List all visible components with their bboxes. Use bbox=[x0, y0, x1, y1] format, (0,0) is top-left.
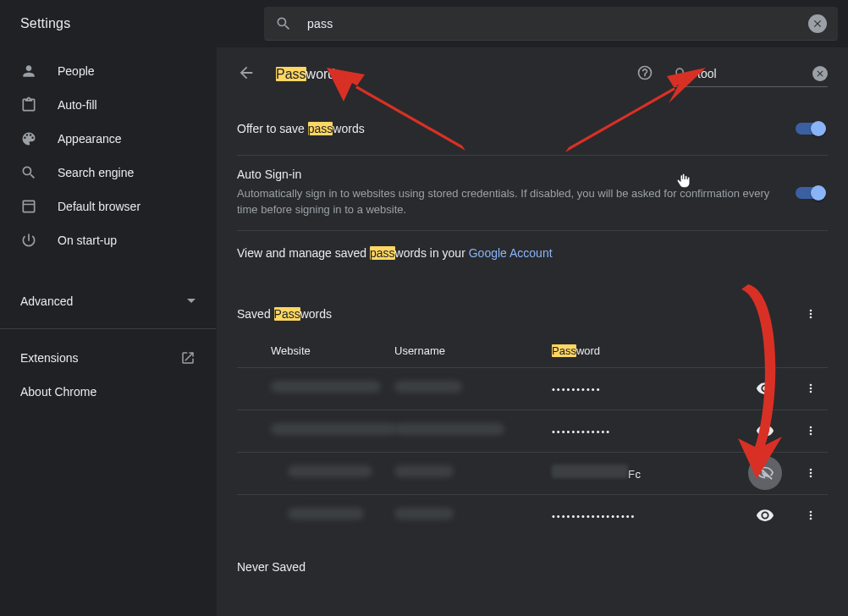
eye-off-icon bbox=[756, 464, 774, 482]
website-cell bbox=[271, 381, 381, 393]
sidebar-advanced[interactable]: Advanced bbox=[0, 281, 216, 322]
power-icon bbox=[20, 232, 37, 249]
password-cell: ••••••••••••••••• bbox=[552, 511, 636, 521]
hide-password-button[interactable] bbox=[748, 456, 782, 490]
table-header: Website Username Password bbox=[237, 334, 828, 367]
manage-passwords-link-row: View and manage saved passwords in your … bbox=[237, 231, 828, 275]
row-menu-button[interactable] bbox=[794, 371, 828, 405]
search-icon bbox=[674, 66, 689, 81]
col-website: Website bbox=[237, 344, 394, 357]
sidebar-advanced-label: Advanced bbox=[20, 294, 73, 308]
chevron-down-icon bbox=[187, 297, 195, 305]
top-bar: Settings pass bbox=[0, 0, 848, 47]
password-cell: Fc bbox=[552, 468, 641, 481]
highlight: Pass bbox=[276, 67, 306, 81]
content: Passwords tool Offer to save passwords bbox=[217, 47, 848, 616]
username-cell bbox=[394, 423, 504, 435]
row-menu-button[interactable] bbox=[794, 456, 828, 490]
sidebar-extensions-label: Extensions bbox=[20, 351, 78, 365]
show-password-button[interactable] bbox=[748, 371, 782, 405]
page-title: Passwords bbox=[276, 67, 342, 82]
arrow-back-icon bbox=[237, 63, 256, 82]
sidebar-item-label: Appearance bbox=[58, 132, 122, 146]
external-link-icon bbox=[180, 350, 195, 366]
highlight: Pass bbox=[274, 307, 300, 321]
saved-passwords-title: Saved Passwords bbox=[237, 307, 794, 321]
highlight: Pass bbox=[552, 344, 576, 357]
row-label: Offer to save passwords bbox=[237, 122, 782, 135]
sidebar: People Auto-fill Appearance Search engin… bbox=[0, 47, 217, 616]
more-vert-icon bbox=[804, 382, 818, 395]
sidebar-extensions[interactable]: Extensions bbox=[0, 341, 216, 375]
sidebar-item-search-engine[interactable]: Search engine bbox=[0, 156, 216, 190]
row-menu-button[interactable] bbox=[794, 414, 828, 448]
col-username: Username bbox=[394, 344, 552, 357]
sidebar-item-label: Auto-fill bbox=[58, 98, 97, 112]
person-icon bbox=[20, 63, 37, 80]
auto-sign-in-toggle[interactable] bbox=[796, 187, 824, 199]
page-header: Passwords tool bbox=[217, 47, 848, 102]
close-icon bbox=[812, 18, 823, 30]
clipboard-icon bbox=[20, 96, 37, 113]
row-description: Automatically sign in to websites using … bbox=[237, 186, 782, 218]
sidebar-item-default-browser[interactable]: Default browser bbox=[0, 190, 216, 223]
search-icon bbox=[275, 15, 292, 32]
table-row: ••••••••••••••••• bbox=[237, 494, 828, 536]
username-cell bbox=[394, 465, 454, 477]
help-icon bbox=[636, 64, 653, 81]
eye-icon bbox=[756, 421, 774, 440]
more-vert-icon bbox=[804, 307, 818, 321]
sidebar-item-label: Search engine bbox=[58, 166, 134, 179]
saved-passwords-table: Website Username Password •••••••••• bbox=[237, 334, 828, 536]
saved-passwords-menu-button[interactable] bbox=[794, 297, 828, 331]
more-vert-icon bbox=[804, 466, 818, 480]
top-search-value: pass bbox=[307, 17, 808, 30]
offer-to-save-passwords-row[interactable]: Offer to save passwords bbox=[237, 102, 828, 156]
highlight: pass bbox=[370, 246, 395, 260]
auto-sign-in-row[interactable]: Auto Sign-in Automatically sign in to we… bbox=[237, 156, 828, 231]
back-button[interactable] bbox=[237, 63, 256, 85]
show-password-button[interactable] bbox=[748, 414, 782, 448]
sidebar-separator bbox=[0, 328, 216, 329]
palette-icon bbox=[20, 130, 37, 147]
col-password: Password bbox=[552, 344, 709, 357]
app-title: Settings bbox=[0, 16, 264, 31]
table-row: •••••••••• bbox=[237, 367, 828, 410]
username-cell bbox=[394, 508, 454, 520]
sidebar-item-label: Default browser bbox=[58, 200, 140, 213]
never-saved-heading: Never Saved bbox=[237, 536, 828, 574]
clear-search-button[interactable] bbox=[808, 14, 827, 33]
top-search-input[interactable]: pass bbox=[264, 7, 838, 41]
saved-passwords-header: Saved Passwords bbox=[237, 294, 828, 334]
sidebar-item-autofill[interactable]: Auto-fill bbox=[0, 88, 216, 122]
sidebar-item-on-startup[interactable]: On start-up bbox=[0, 223, 216, 257]
table-row: •••••••••••• bbox=[237, 410, 828, 452]
browser-icon bbox=[20, 198, 37, 215]
website-cell bbox=[271, 423, 398, 435]
eye-icon bbox=[756, 379, 774, 398]
sidebar-item-people[interactable]: People bbox=[0, 54, 216, 88]
more-vert-icon bbox=[804, 424, 818, 437]
sidebar-about-chrome[interactable]: About Chrome bbox=[0, 375, 216, 409]
google-account-link[interactable]: Google Account bbox=[469, 246, 553, 260]
row-menu-button[interactable] bbox=[794, 498, 828, 532]
sidebar-item-appearance[interactable]: Appearance bbox=[0, 122, 216, 156]
inner-search-clear-button[interactable] bbox=[812, 66, 828, 81]
row-label: Auto Sign-in bbox=[237, 168, 782, 181]
highlight: pass bbox=[308, 122, 333, 135]
table-row: Fc bbox=[237, 452, 828, 494]
inner-search-value: tool bbox=[697, 67, 812, 80]
offer-to-save-toggle[interactable] bbox=[796, 123, 824, 135]
close-icon bbox=[815, 69, 825, 79]
show-password-button[interactable] bbox=[748, 498, 782, 532]
password-cell: •••••••••• bbox=[552, 384, 602, 394]
username-cell bbox=[394, 381, 462, 393]
eye-icon bbox=[756, 506, 774, 525]
password-cell: •••••••••••• bbox=[552, 426, 611, 437]
help-button[interactable] bbox=[636, 64, 653, 85]
website-cell bbox=[288, 508, 364, 520]
website-cell bbox=[288, 465, 372, 477]
sidebar-about-label: About Chrome bbox=[20, 385, 96, 399]
search-icon bbox=[20, 164, 37, 181]
inner-search-input[interactable]: tool bbox=[674, 63, 828, 87]
